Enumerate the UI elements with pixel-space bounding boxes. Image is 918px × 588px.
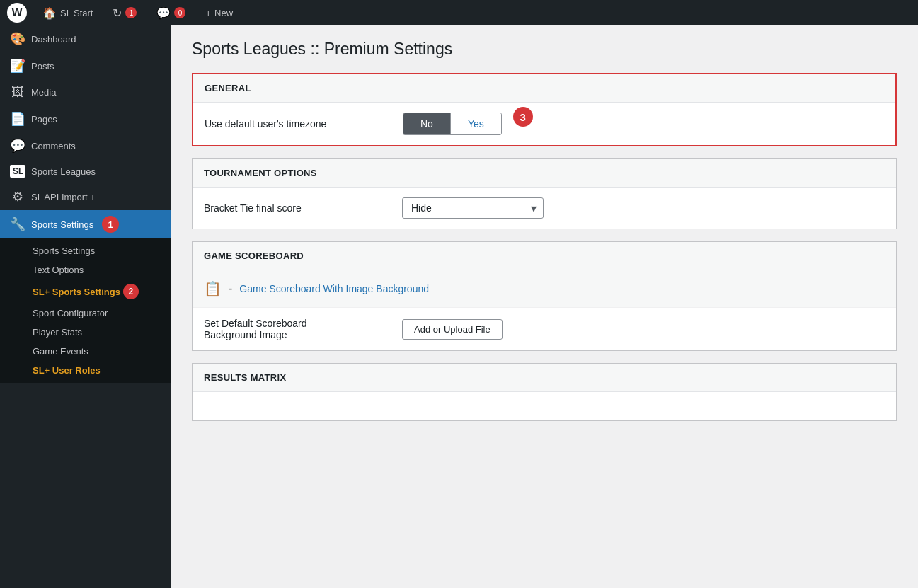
home-icon: 🏠 — [42, 6, 57, 20]
sidebar-item-sl-api-import[interactable]: ⚙ SL API Import + — [0, 183, 171, 210]
submenu-text-options[interactable]: Text Options — [0, 260, 171, 279]
admin-bar-comments[interactable]: 💬 0 — [152, 0, 190, 25]
sidebar-item-comments-label: Comments — [31, 141, 76, 151]
comments-icon: 💬 — [156, 6, 171, 20]
comments-count: 0 — [174, 7, 185, 18]
tournament-section: TOURNAMENT OPTIONS Bracket Tie final sco… — [192, 158, 897, 229]
results-section-body — [193, 392, 896, 420]
comments-sidebar-icon: 💬 — [10, 138, 25, 154]
page-title: Sports Leagues :: Premium Settings — [192, 40, 897, 59]
sidebar-item-media[interactable]: 🖼 Media — [0, 79, 171, 105]
toggle-no-button[interactable]: No — [403, 113, 450, 134]
timezone-toggle: No Yes — [403, 113, 502, 135]
sl-plus-annotation-badge: 2 — [123, 284, 139, 299]
general-section: GENERAL Use default user's timezone No Y… — [192, 73, 897, 146]
submenu-sl-plus-sports-settings[interactable]: SL+ Sports Settings 2 — [0, 279, 171, 304]
dashboard-icon: 🎨 — [10, 31, 25, 47]
results-section: RESULTS MATRIX — [192, 363, 897, 421]
sports-leagues-icon: SL — [10, 165, 25, 178]
pages-icon: 📄 — [10, 111, 25, 127]
bracket-tie-select-wrapper: Hide Show — [402, 197, 544, 219]
gap-2 — [192, 230, 897, 241]
content-area: Sports Leagues :: Premium Settings GENER… — [171, 25, 918, 588]
admin-bar-updates[interactable]: ↻ 1 — [108, 0, 141, 25]
admin-bar-home[interactable]: 🏠 SL Start — [38, 0, 97, 25]
sl-api-icon: ⚙ — [10, 189, 25, 204]
bracket-tie-label: Bracket Tie final score — [204, 202, 388, 214]
sidebar-item-sports-leagues[interactable]: SL Sports Leagues — [0, 159, 171, 183]
sidebar-submenu: Sports Settings Text Options SL+ Sports … — [0, 238, 171, 383]
bracket-tie-row: Bracket Tie final score Hide Show — [193, 188, 896, 229]
scoreboard-bg-control: Add or Upload File — [402, 319, 503, 340]
general-section-body: Use default user's timezone No Yes 3 — [193, 103, 895, 145]
sidebar-item-posts[interactable]: 📝 Posts — [0, 52, 171, 79]
timezone-control: No Yes 3 — [403, 113, 530, 135]
media-icon: 🖼 — [10, 85, 25, 100]
sidebar-item-pages-label: Pages — [31, 114, 57, 125]
admin-bar-home-label: SL Start — [60, 8, 93, 18]
submenu-game-events[interactable]: Game Events — [0, 342, 171, 361]
updates-count: 1 — [125, 7, 137, 18]
bracket-tie-control: Hide Show — [402, 197, 544, 219]
gap-1 — [192, 147, 897, 158]
gap-3 — [192, 352, 897, 363]
scoreboard-bg-row: Set Default Scoreboard Background Image … — [193, 308, 896, 350]
scoreboard-link[interactable]: Game Scoreboard With Image Background — [239, 283, 429, 294]
sidebar: 🎨 Dashboard 📝 Posts 🖼 Media 📄 Pages 💬 Co… — [0, 25, 171, 588]
wp-logo-button[interactable]: W — [7, 3, 27, 23]
sidebar-item-posts-label: Posts — [31, 61, 54, 71]
scoreboard-bg-label: Set Default Scoreboard Background Image — [204, 318, 388, 340]
main-layout: 🎨 Dashboard 📝 Posts 🖼 Media 📄 Pages 💬 Co… — [0, 25, 918, 588]
sidebar-item-sports-settings-label: Sports Settings — [31, 219, 93, 230]
scoreboard-section: GAME SCOREBOARD 📋 - Game Scoreboard With… — [192, 241, 897, 351]
general-section-header: GENERAL — [193, 74, 895, 103]
submenu-sl-plus-user-roles[interactable]: SL+ User Roles — [0, 361, 171, 380]
scoreboard-dash: - — [229, 282, 232, 295]
sidebar-item-sports-settings[interactable]: 🔧 Sports Settings 1 — [0, 210, 171, 238]
submenu-sport-configurator[interactable]: Sport Configurator — [0, 304, 171, 323]
submenu-sports-settings[interactable]: Sports Settings — [0, 241, 171, 260]
admin-bar-new-label: New — [214, 8, 233, 18]
new-icon: + — [205, 8, 211, 18]
results-section-header: RESULTS MATRIX — [193, 364, 896, 392]
tournament-section-body: Bracket Tie final score Hide Show — [193, 188, 896, 229]
tournament-section-header: TOURNAMENT OPTIONS — [193, 159, 896, 188]
bracket-tie-select[interactable]: Hide Show — [402, 197, 544, 219]
scoreboard-section-body: 📋 - Game Scoreboard With Image Backgroun… — [193, 270, 896, 350]
timezone-label: Use default user's timezone — [205, 118, 389, 129]
scoreboard-link-row: 📋 - Game Scoreboard With Image Backgroun… — [193, 270, 896, 308]
toggle-annotation-badge: 3 — [513, 107, 533, 127]
sidebar-item-sl-api-label: SL API Import + — [31, 192, 96, 202]
sl-plus-sports-settings-label: SL+ Sports Settings — [33, 287, 120, 297]
admin-bar-new[interactable]: + New — [201, 0, 237, 25]
upload-file-button[interactable]: Add or Upload File — [402, 319, 503, 340]
sidebar-item-sports-leagues-label: Sports Leagues — [31, 166, 96, 177]
sidebar-item-dashboard-label: Dashboard — [31, 34, 76, 45]
updates-icon: ↻ — [113, 6, 122, 20]
sidebar-item-pages[interactable]: 📄 Pages — [0, 105, 171, 132]
submenu-player-stats[interactable]: Player Stats — [0, 323, 171, 342]
sidebar-item-comments[interactable]: 💬 Comments — [0, 132, 171, 159]
scoreboard-section-header: GAME SCOREBOARD — [193, 242, 896, 270]
admin-bar: W 🏠 SL Start ↻ 1 💬 0 + New — [0, 0, 918, 25]
posts-icon: 📝 — [10, 58, 25, 74]
scoreboard-doc-icon: 📋 — [204, 280, 222, 297]
sports-settings-icon: 🔧 — [10, 217, 25, 232]
sports-settings-annotation-badge: 1 — [102, 216, 119, 233]
sidebar-item-dashboard[interactable]: 🎨 Dashboard — [0, 25, 171, 52]
timezone-row: Use default user's timezone No Yes 3 — [193, 103, 895, 145]
toggle-yes-button[interactable]: Yes — [450, 113, 501, 134]
sidebar-item-media-label: Media — [31, 87, 56, 98]
